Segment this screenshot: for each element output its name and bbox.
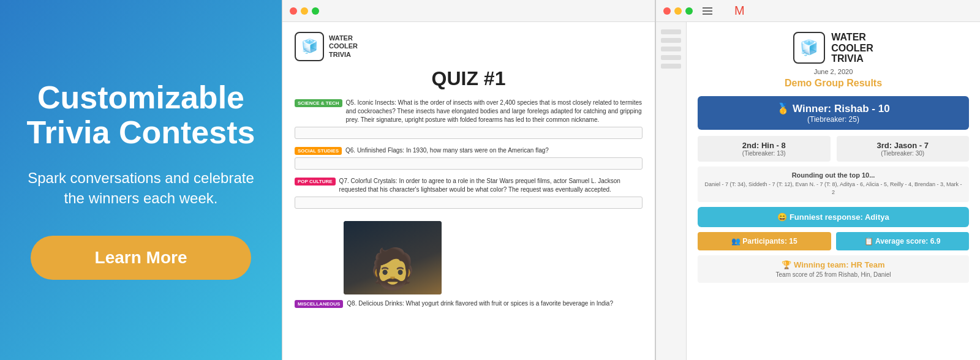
close-dot[interactable] [290,7,297,15]
nav-line [661,29,681,34]
middle-panel: 🧊 WATERCOOLERTRIVIA QUIZ #1 SCIENCE & TE… [282,0,655,360]
question-block-q6: SOCIAL STUDIES Q6. Unfinished Flags: In … [295,146,643,170]
second-tiebreaker: (Tiebreaker: 13) [704,150,824,157]
winner-bar: 🥇 Winner: Rishab - 10 (Tiebreaker: 25) [698,96,969,130]
quiz-brand: 🧊 WATERCOOLERTRIVIA [295,32,358,61]
results-date: June 2, 2020 [698,68,969,75]
participants-box: 👥 Participants: 15 [698,232,831,250]
question-header-q8: MISCELLANEOUS Q8. Delicious Drinks: What… [295,299,643,308]
question-block-q5: SCIENCE & TECH Q5. Iconic Insects: What … [295,99,643,139]
rounding-box: Rounding out the top 10... Daniel - 7 (T… [698,167,969,202]
question-text-q8: Q8. Delicious Drinks: What yogurt drink … [347,299,613,308]
email-maximize-dot[interactable] [685,7,693,15]
avg-score-box: 📋 Average score: 6.9 [836,232,970,250]
answer-input-q6[interactable] [295,157,643,170]
badge-misc-q8: MISCELLANEOUS [295,300,343,308]
question-header-q6: SOCIAL STUDIES Q6. Unfinished Flags: In … [295,146,643,155]
results-content: 🧊 WATERCOOLERTRIVIA June 2, 2020 Demo Gr… [687,22,980,360]
email-window-controls [663,7,693,15]
nav-line [661,55,681,60]
email-body: 🧊 WATERCOOLERTRIVIA June 2, 2020 Demo Gr… [656,22,980,360]
hamburger-icon[interactable] [703,7,712,15]
nav-line [661,38,681,43]
learn-more-button[interactable]: Learn More [31,236,251,280]
quiz-content: 🧊 WATERCOOLERTRIVIA QUIZ #1 SCIENCE & TE… [282,22,655,360]
left-panel: Customizable Trivia Contests Spark conve… [0,0,282,360]
third-place-name: 3rd: Jason - 7 [843,141,963,150]
right-panel: M 🧊 WATERCOOLERTRIVIA June 2, 2020 Demo … [655,0,980,360]
funniest-bar: 😄 Funniest response: Aditya [698,207,969,227]
window-controls [290,7,319,15]
second-third-row: 2nd: Hin - 8 (Tiebreaker: 13) 3rd: Jason… [698,136,969,162]
quiz-brand-text: WATERCOOLERTRIVIA [329,34,358,59]
question-text-q7: Q7. Colorful Crystals: In order to agree… [339,177,643,194]
minimize-dot[interactable] [301,7,308,15]
email-nav-sidebar [656,22,687,360]
second-place-box: 2nd: Hin - 8 (Tiebreaker: 13) [698,136,831,162]
results-brand: 🧊 WATERCOOLERTRIVIA [698,32,969,64]
quiz-logo: 🧊 [295,32,324,61]
quiz-image: 🧔 [344,221,442,294]
badge-science-q5: SCIENCE & TECH [295,99,342,107]
question-header-q5: SCIENCE & TECH Q5. Iconic Insects: What … [295,99,643,124]
badge-social-q6: SOCIAL STUDIES [295,147,342,155]
email-close-dot[interactable] [663,7,671,15]
funniest-label: 😄 Funniest response: Aditya [777,212,889,222]
answer-input-q5[interactable] [295,127,643,139]
rounding-text: Daniel - 7 (T: 34), Siddeth - 7 (T: 12),… [704,181,963,197]
email-title-bar: M [656,0,980,22]
results-brand-text: WATERCOOLERTRIVIA [831,32,873,64]
email-minimize-dot[interactable] [674,7,682,15]
quiz-title: QUIZ #1 [295,67,643,90]
answer-input-q7[interactable] [295,197,643,209]
winning-team-sub: Team score of 25 from Rishab, Hin, Danie… [704,271,963,278]
nav-line [661,47,681,51]
results-logo: 🧊 [793,32,825,64]
winner-text: 🥇 Winner: Rishab - 10 [706,102,960,115]
third-place-box: 3rd: Jason - 7 (Tiebreaker: 30) [837,136,970,162]
question-block-q8: MISCELLANEOUS Q8. Delicious Drinks: What… [295,299,643,310]
winner-tiebreaker: (Tiebreaker: 25) [706,115,960,124]
badge-pop-q7: POP CULTURE [295,178,336,186]
rounding-title: Rounding out the top 10... [704,171,963,179]
third-tiebreaker: (Tiebreaker: 30) [843,150,963,157]
winning-team-title: 🏆 Winning team: HR Team [704,260,963,269]
stats-row: 👥 Participants: 15 📋 Average score: 6.9 [698,232,969,250]
nav-line [661,64,681,69]
second-place-name: 2nd: Hin - 8 [704,141,824,150]
maximize-dot[interactable] [312,7,319,15]
question-text-q5: Q5. Iconic Insects: What is the order of… [346,99,643,124]
subtext: Spark conversations and celebrate the wi… [22,168,260,209]
question-header-q7: POP CULTURE Q7. Colorful Crystals: In or… [295,177,643,194]
question-block-q7: POP CULTURE Q7. Colorful Crystals: In or… [295,177,643,209]
results-group-label: Demo Group Results [698,78,969,89]
winning-team-box: 🏆 Winning team: HR Team Team score of 25… [698,255,969,283]
headline: Customizable Trivia Contests [27,80,255,150]
gmail-icon: M [734,4,745,18]
window-title-bar [282,0,655,22]
question-text-q6: Q6. Unfinished Flags: In 1930, how many … [345,146,549,155]
